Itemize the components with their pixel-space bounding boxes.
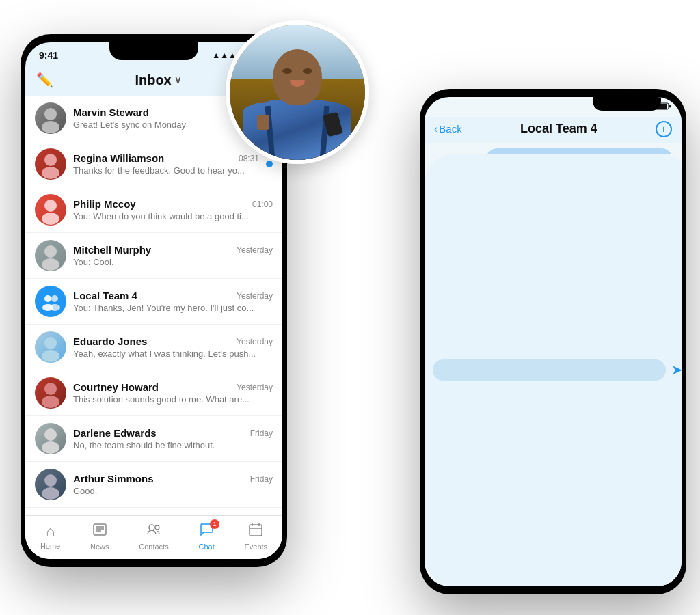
avatar-group (35, 286, 66, 317)
svg-point-15 (44, 337, 57, 349)
chat-input[interactable] (433, 359, 666, 381)
list-item[interactable]: Mitchell Murphy Yesterday You: Cool. (25, 233, 282, 279)
info-button[interactable]: i (656, 121, 672, 137)
avatar (35, 331, 66, 363)
message-content: Courtney Howard Yesterday This solution … (73, 381, 273, 405)
avatar (35, 148, 66, 180)
events-icon (248, 522, 263, 541)
avatar (35, 377, 66, 409)
svg-point-8 (42, 213, 59, 225)
svg-point-16 (42, 350, 59, 362)
inbox-title[interactable]: Inbox ∨ (135, 72, 180, 88)
svg-point-3 (44, 108, 57, 120)
chat-icon: 1 (199, 522, 214, 541)
list-item[interactable]: Local Team 4 Yesterday You: Thanks, Jen!… (25, 279, 282, 325)
chat-input-bar: ➤ (425, 154, 682, 586)
chat-header: ‹ Back Local Team 4 i (425, 117, 682, 143)
chat-body: Hi everyone! Could one of you please cov… (425, 143, 682, 154)
back-button[interactable]: ‹ Back (434, 123, 462, 135)
list-item[interactable]: Eduardo Jones Yesterday Yeah, exactly wh… (25, 325, 282, 370)
chat-badge: 1 (210, 519, 219, 529)
svg-point-7 (44, 200, 57, 212)
tab-contacts-label: Contacts (139, 543, 168, 551)
chevron-left-icon: ‹ (434, 123, 438, 135)
tab-news-label: News (90, 543, 109, 551)
back-label: Back (439, 123, 461, 135)
chevron-icon: ∨ (174, 74, 181, 85)
svg-point-10 (42, 258, 59, 271)
right-phone: ‹ Back Local Team 4 i Hi everyone! Could… (420, 89, 686, 594)
home-icon: ⌂ (46, 523, 55, 541)
list-item[interactable]: Philip Mccoy 01:00 You: When do you thin… (25, 187, 282, 233)
tab-home[interactable]: ⌂ Home (40, 523, 60, 550)
svg-point-4 (42, 121, 59, 133)
svg-point-14 (49, 304, 60, 311)
svg-point-18 (42, 396, 59, 408)
svg-point-19 (44, 428, 57, 441)
avatar (35, 423, 66, 454)
tab-contacts[interactable]: Contacts (139, 522, 168, 551)
tab-events[interactable]: Events (244, 522, 267, 551)
tab-events-label: Events (244, 543, 267, 551)
message-list: Marvin Steward 13:20 Great! Let's sync o… (25, 96, 282, 554)
unread-indicator (266, 161, 273, 167)
chat-title: Local Team 4 (520, 122, 597, 136)
list-item[interactable]: Darlene Edwards Friday No, the team shou… (25, 416, 282, 462)
svg-point-9 (44, 245, 57, 258)
svg-point-30 (155, 525, 159, 530)
svg-rect-25 (94, 524, 106, 535)
message-content: Eduardo Jones Yesterday Yeah, exactly wh… (73, 336, 273, 359)
svg-point-29 (149, 525, 154, 530)
contacts-icon (146, 522, 161, 541)
avatar (35, 469, 66, 500)
svg-point-11 (44, 295, 51, 302)
svg-rect-31 (250, 525, 262, 536)
avatar (35, 240, 66, 271)
tab-chat-label: Chat (198, 543, 214, 551)
compose-icon[interactable]: ✏️ (36, 72, 53, 88)
svg-point-6 (42, 167, 59, 179)
news-icon (92, 522, 107, 541)
svg-point-5 (44, 154, 57, 166)
notch-right (593, 97, 661, 111)
hero-photo (226, 20, 369, 164)
avatar (35, 194, 66, 226)
tab-chat[interactable]: 1 Chat (198, 522, 214, 551)
message-content: Local Team 4 Yesterday You: Thanks, Jen!… (73, 290, 273, 313)
svg-point-22 (42, 487, 59, 500)
send-icon[interactable]: ➤ (671, 361, 682, 378)
right-phone-screen: ‹ Back Local Team 4 i Hi everyone! Could… (425, 97, 682, 586)
tab-bar: ⌂ Home News Contacts 1 Chat (25, 515, 282, 559)
tab-home-label: Home (40, 542, 60, 550)
message-content: Arthur Simmons Friday Good. (73, 473, 273, 496)
bubble-out: Hi everyone! Could one of you please cov… (485, 148, 673, 154)
notch-left (109, 42, 198, 60)
svg-rect-41 (669, 105, 671, 108)
message-content: Darlene Edwards Friday No, the team shou… (73, 427, 273, 450)
message-content: Mitchell Murphy Yesterday You: Cool. (73, 244, 273, 267)
message-content: Philip Mccoy 01:00 You: When do you thin… (73, 198, 273, 221)
message-outgoing-1: Hi everyone! Could one of you please cov… (433, 148, 673, 154)
list-item[interactable]: Arthur Simmons Friday Good. (25, 462, 282, 508)
svg-point-21 (44, 474, 57, 487)
avatar (35, 102, 66, 134)
tab-news[interactable]: News (90, 522, 109, 551)
time-display: 9:41 (39, 50, 58, 61)
svg-point-20 (42, 441, 59, 454)
svg-point-12 (51, 295, 58, 302)
svg-point-17 (44, 383, 57, 395)
list-item[interactable]: Courtney Howard Yesterday This solution … (25, 370, 282, 416)
